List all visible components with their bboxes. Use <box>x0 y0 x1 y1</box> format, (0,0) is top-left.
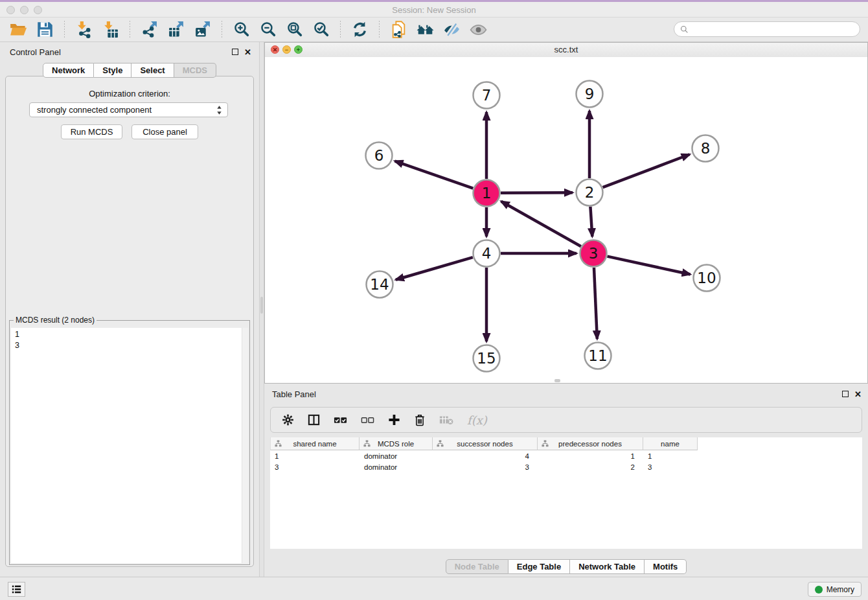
close-table-panel-icon[interactable]: ✕ <box>854 390 862 398</box>
column-header-predecessor-nodes[interactable]: predecessor nodes <box>538 437 643 450</box>
float-table-panel-icon[interactable] <box>842 391 849 397</box>
select-all-icon[interactable] <box>334 413 347 426</box>
splitter-grip[interactable] <box>260 297 263 314</box>
vertical-splitter[interactable] <box>259 42 264 577</box>
edge-1-2[interactable] <box>501 192 573 193</box>
float-panel-icon[interactable] <box>232 49 238 55</box>
gear-icon[interactable] <box>282 413 294 426</box>
tab-mcds[interactable]: MCDS <box>174 63 216 78</box>
close-panel-button[interactable]: Close panel <box>131 124 198 139</box>
show-eye-icon[interactable] <box>467 20 490 40</box>
mcds-result-area[interactable]: 13 <box>11 328 248 563</box>
add-icon[interactable] <box>388 413 400 426</box>
search-input[interactable] <box>692 24 860 34</box>
cell-mcds-role[interactable]: dominator <box>360 463 433 474</box>
save-icon[interactable] <box>34 20 56 40</box>
zoom-in-icon[interactable] <box>230 20 253 40</box>
tab-network[interactable]: Network <box>43 63 94 78</box>
column-header-label: name <box>661 440 680 448</box>
cell-name[interactable]: 3 <box>643 463 698 474</box>
memory-label: Memory <box>827 585 854 594</box>
network-file-icon[interactable] <box>387 20 410 40</box>
network-canvas[interactable]: 7968124314101511 <box>265 57 867 383</box>
table-row: 1dominator411 <box>270 452 862 463</box>
cell-shared-name[interactable]: 1 <box>270 452 360 463</box>
edge-3-11[interactable] <box>594 268 597 339</box>
node-label: 6 <box>374 147 384 164</box>
toolbar-separator <box>340 21 341 39</box>
control-panel-title: Control Panel <box>10 47 61 57</box>
home-icon[interactable] <box>414 20 437 40</box>
hide-eye-icon[interactable] <box>440 20 463 40</box>
export-network-icon[interactable] <box>138 20 161 40</box>
criterion-select[interactable]: strongly connected component <box>29 102 228 117</box>
toolbar-separator <box>64 21 65 39</box>
import-network-icon[interactable] <box>73 20 95 40</box>
task-history-button[interactable] <box>8 582 25 597</box>
split-column-icon[interactable] <box>308 413 320 426</box>
unselect-all-icon[interactable] <box>361 413 374 426</box>
node-label: 10 <box>697 270 716 286</box>
cell-name[interactable]: 1 <box>643 452 698 463</box>
column-header-label: MCDS role <box>378 440 414 448</box>
column-header-mcds-role[interactable]: MCDS role <box>360 437 433 450</box>
zoom-fit-icon[interactable] <box>283 20 306 40</box>
export-table-icon[interactable] <box>165 20 187 40</box>
tab-style[interactable]: Style <box>94 63 131 78</box>
delete-icon[interactable] <box>414 413 426 426</box>
node-label: 8 <box>701 140 711 157</box>
zoom-out-icon[interactable] <box>257 20 279 40</box>
table-panel-title: Table Panel <box>272 389 316 399</box>
column-header-successor-nodes[interactable]: successor nodes <box>433 437 538 450</box>
cell-predecessor-nodes[interactable]: 1 <box>538 452 643 463</box>
edge-3-10[interactable] <box>607 257 690 275</box>
node-table: shared nameMCDS rolesuccessor nodesprede… <box>270 437 862 549</box>
table-header-row: shared nameMCDS rolesuccessor nodesprede… <box>270 437 862 450</box>
canvas-scroll-grip[interactable] <box>554 379 560 382</box>
result-scrollbar[interactable] <box>242 328 248 563</box>
tab-select[interactable]: Select <box>131 63 174 78</box>
mcds-result-group: MCDS result (2 nodes) 13 <box>9 320 250 565</box>
open-folder-icon[interactable] <box>7 20 30 40</box>
cell-successor-nodes[interactable]: 3 <box>433 463 538 474</box>
node-label: 7 <box>482 87 492 104</box>
export-image-icon[interactable] <box>191 20 214 40</box>
tab-motifs[interactable]: Motifs <box>645 559 687 574</box>
edge-2-3[interactable] <box>590 207 592 237</box>
cell-successor-nodes[interactable]: 4 <box>433 452 538 463</box>
network-window-title: scc.txt <box>265 45 867 54</box>
tab-node-table[interactable]: Node Table <box>446 559 508 574</box>
table-body: 1dominator4113dominator323 <box>270 452 862 474</box>
node-label: 9 <box>585 86 595 102</box>
import-table-icon[interactable] <box>99 20 122 40</box>
edge-2-8[interactable] <box>603 154 690 187</box>
edge-1-6[interactable] <box>395 161 474 189</box>
close-panel-icon[interactable]: ✕ <box>244 48 251 56</box>
table-panel: Table Panel ✕ f(x) shared nameMCDS roles… <box>264 386 868 577</box>
refresh-icon[interactable] <box>348 20 371 40</box>
node-label: 2 <box>585 184 595 201</box>
cell-mcds-role[interactable]: dominator <box>360 452 433 463</box>
mcds-result-title: MCDS result (2 nodes) <box>14 316 97 325</box>
function-builder-icon: f(x) <box>467 413 487 427</box>
search-box[interactable] <box>674 21 860 37</box>
column-header-shared-name[interactable]: shared name <box>270 437 360 450</box>
column-header-name[interactable]: name <box>643 437 698 450</box>
toolbar-separator <box>379 21 380 39</box>
tab-network-table[interactable]: Network Table <box>570 559 645 574</box>
column-header-label: predecessor nodes <box>558 440 622 448</box>
network-window-titlebar[interactable]: ✕ − + scc.txt <box>265 43 867 58</box>
edge-4-14[interactable] <box>396 257 473 280</box>
node-label: 4 <box>482 245 492 262</box>
zoom-selected-icon[interactable] <box>310 20 332 40</box>
criterion-selected-value: strongly connected component <box>37 105 152 115</box>
run-mcds-button[interactable]: Run MCDS <box>61 124 122 139</box>
memory-button[interactable]: Memory <box>808 582 862 597</box>
edge-3-1[interactable] <box>501 202 581 246</box>
control-panel: Control Panel ✕ NetworkStyleSelectMCDS O… <box>0 42 259 577</box>
network-graph[interactable]: 7968124314101511 <box>265 57 867 383</box>
mcds-result-node: 3 <box>11 340 248 351</box>
cell-predecessor-nodes[interactable]: 2 <box>538 463 643 474</box>
tab-edge-table[interactable]: Edge Table <box>508 559 570 574</box>
cell-shared-name[interactable]: 3 <box>270 463 360 474</box>
